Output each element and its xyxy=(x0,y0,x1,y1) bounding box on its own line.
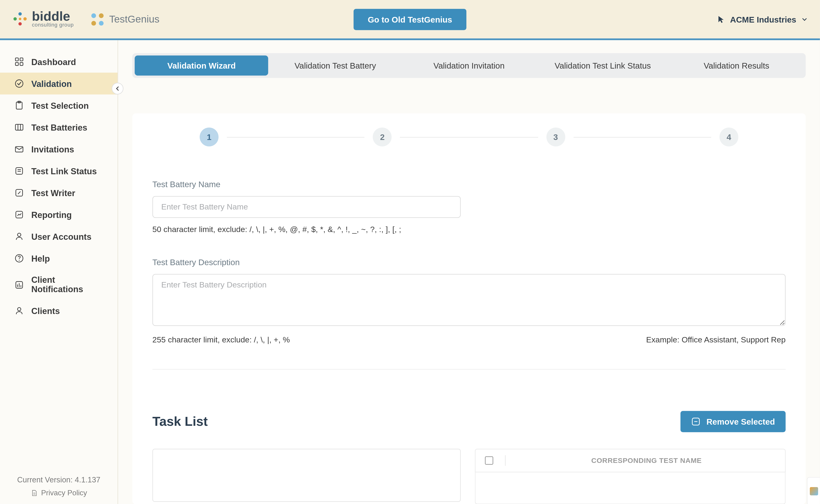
step-4[interactable]: 4 xyxy=(719,128,738,146)
svg-point-7 xyxy=(91,21,96,25)
bell-bar-icon xyxy=(14,279,24,290)
svg-rect-10 xyxy=(20,58,23,61)
select-all-checkbox[interactable] xyxy=(485,456,493,465)
columns-icon xyxy=(14,122,24,132)
account-name: ACME Industries xyxy=(730,15,796,24)
remove-selected-button[interactable]: Remove Selected xyxy=(680,411,785,432)
task-list-title: Task List xyxy=(152,414,208,429)
svg-rect-20 xyxy=(16,168,22,174)
svg-rect-11 xyxy=(16,62,18,65)
battery-name-input[interactable] xyxy=(152,196,461,218)
sidebar-item-label: Test Link Status xyxy=(31,166,97,176)
battery-desc-textarea[interactable] xyxy=(152,274,786,326)
brand-sub-text: consulting group xyxy=(32,22,74,28)
chevron-down-icon xyxy=(801,16,808,23)
task-header-row: Task List Remove Selected xyxy=(152,411,786,432)
battery-desc-hint-right: Example: Office Assistant, Support Rep xyxy=(646,335,786,344)
sidebar-collapse-button[interactable] xyxy=(112,83,123,94)
sidebar-item-test-batteries[interactable]: Test Batteries xyxy=(0,116,117,138)
step-2[interactable]: 2 xyxy=(373,128,392,146)
side-help-widget[interactable] xyxy=(807,477,820,504)
sidebar: Dashboard Validation Test Selection Test… xyxy=(0,40,118,504)
step-connector xyxy=(400,137,538,137)
sidebar-item-test-writer[interactable]: Test Writer xyxy=(0,182,117,204)
battery-name-hint: 50 character limit, exclude: /, \, |, +,… xyxy=(152,225,786,234)
sidebar-item-label: Validation xyxy=(31,79,72,88)
tab-validation-test-link-status[interactable]: Validation Test Link Status xyxy=(536,55,670,75)
dashboard-icon xyxy=(14,57,24,67)
sidebar-item-user-accounts[interactable]: User Accounts xyxy=(0,225,117,247)
tab-validation-wizard[interactable]: Validation Wizard xyxy=(135,55,268,75)
battery-desc-label: Test Battery Description xyxy=(152,257,786,267)
sidebar-item-label: Test Selection xyxy=(31,101,89,110)
sidebar-item-label: Reporting xyxy=(31,210,72,219)
tab-bar: Validation Wizard Validation Test Batter… xyxy=(132,53,806,78)
battery-desc-hint-left: 255 character limit, exclude: /, \, |, +… xyxy=(152,335,290,344)
task-list-panel[interactable] xyxy=(152,449,461,502)
task-body: CORRESPONDING TEST NAME xyxy=(152,449,786,504)
logo-testgenius[interactable]: TestGenius xyxy=(88,10,159,28)
logo-group: biddle consulting group TestGenius xyxy=(12,10,159,28)
privacy-policy-link[interactable]: Privacy Policy xyxy=(6,489,112,497)
sidebar-item-invitations[interactable]: Invitations xyxy=(0,138,117,160)
step-1[interactable]: 1 xyxy=(200,128,218,146)
sidebar-item-label: Invitations xyxy=(31,144,74,154)
sidebar-item-dashboard[interactable]: Dashboard xyxy=(0,51,117,73)
wizard-card: 1 2 3 4 Test Battery Name 50 character l… xyxy=(132,113,806,504)
svg-rect-9 xyxy=(16,58,18,61)
sidebar-item-clients[interactable]: Clients xyxy=(0,300,117,322)
svg-point-3 xyxy=(13,18,17,21)
form-group-description: Test Battery Description 255 character l… xyxy=(152,257,786,344)
tab-validation-test-battery[interactable]: Validation Test Battery xyxy=(268,55,402,75)
svg-point-1 xyxy=(23,18,27,21)
form-group-name: Test Battery Name 50 character limit, ex… xyxy=(152,179,786,234)
chevron-left-icon xyxy=(115,86,120,92)
sidebar-item-label: Client Notifications xyxy=(31,275,103,294)
corresponding-test-panel: CORRESPONDING TEST NAME xyxy=(475,449,785,504)
sidebar-item-label: Test Writer xyxy=(31,188,75,198)
svg-rect-16 xyxy=(16,124,23,130)
cursor-icon xyxy=(717,15,725,23)
step-connector xyxy=(573,137,711,137)
logo-biddle[interactable]: biddle consulting group xyxy=(12,10,74,28)
sidebar-item-label: Clients xyxy=(31,306,60,316)
help-icon xyxy=(14,253,24,264)
user-icon xyxy=(14,231,24,241)
sidebar-item-reporting[interactable]: Reporting xyxy=(0,204,117,225)
task-section: Task List Remove Selected CORRES xyxy=(152,370,786,504)
wizard-form: Test Battery Name 50 character limit, ex… xyxy=(152,146,786,504)
corresponding-test-header: CORRESPONDING TEST NAME xyxy=(475,449,785,473)
version-text: Current Version: 4.1.137 xyxy=(6,475,112,484)
app-header: biddle consulting group TestGenius Go to… xyxy=(0,0,820,38)
svg-point-8 xyxy=(99,21,103,25)
corresponding-test-column-header: CORRESPONDING TEST NAME xyxy=(517,456,776,465)
svg-point-27 xyxy=(19,260,20,261)
sidebar-footer: Current Version: 4.1.137 Privacy Policy xyxy=(0,467,117,504)
sidebar-item-label: User Accounts xyxy=(31,232,91,241)
document-icon xyxy=(31,489,38,496)
corresponding-test-body xyxy=(475,472,785,504)
mail-icon xyxy=(14,144,24,154)
go-to-old-button[interactable]: Go to Old TestGenius xyxy=(353,8,467,30)
svg-point-4 xyxy=(19,18,21,20)
tab-validation-invitation[interactable]: Validation Invitation xyxy=(402,55,536,75)
account-dropdown[interactable]: ACME Industries xyxy=(717,15,808,24)
battery-desc-hint-row: 255 character limit, exclude: /, \, |, +… xyxy=(152,335,786,344)
sidebar-item-label: Dashboard xyxy=(31,57,76,66)
sidebar-item-test-selection[interactable]: Test Selection xyxy=(0,94,117,116)
tab-validation-results[interactable]: Validation Results xyxy=(670,55,803,75)
sidebar-item-label: Help xyxy=(31,254,50,263)
link-status-icon xyxy=(14,166,24,176)
remove-selected-label: Remove Selected xyxy=(707,417,775,426)
header-divider xyxy=(0,38,820,40)
sidebar-item-help[interactable]: Help xyxy=(0,247,117,269)
svg-point-25 xyxy=(18,233,21,236)
svg-point-6 xyxy=(99,13,103,18)
sidebar-item-client-notifications[interactable]: Client Notifications xyxy=(0,269,117,300)
step-3[interactable]: 3 xyxy=(546,128,565,146)
sidebar-item-test-link-status[interactable]: Test Link Status xyxy=(0,160,117,182)
clipboard-icon xyxy=(14,100,24,110)
sidebar-item-label: Test Batteries xyxy=(31,123,87,132)
svg-point-2 xyxy=(18,23,22,26)
sidebar-item-validation[interactable]: Validation xyxy=(0,73,117,94)
